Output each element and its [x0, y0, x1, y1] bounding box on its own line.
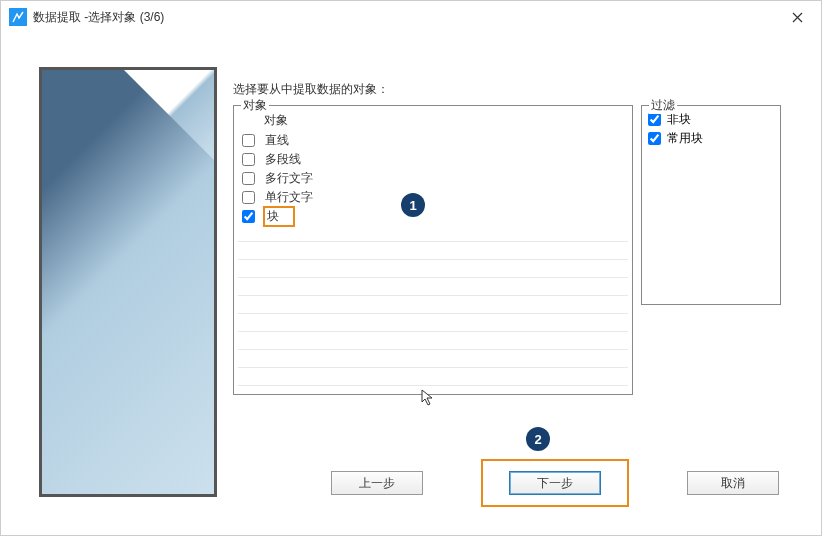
- object-row[interactable]: 直线: [234, 131, 632, 150]
- object-label: 多段线: [265, 151, 301, 168]
- preview-panel: [39, 67, 217, 497]
- content-area: 选择要从中提取数据的对象： 对象 对象 直线 多段线 多行文字: [1, 33, 821, 535]
- grid-lines: [238, 224, 628, 390]
- page-fold-icon: [124, 70, 214, 160]
- dialog-window: 数据提取 -选择对象 (3/6) 选择要从中提取数据的对象： 对象 对象 直线: [0, 0, 822, 536]
- object-label: 块: [265, 208, 293, 225]
- objects-group: 对象 对象 直线 多段线 多行文字: [233, 105, 633, 395]
- annotation-badge-2: 2: [526, 427, 550, 451]
- preview-image: [42, 70, 214, 494]
- cancel-button[interactable]: 取消: [687, 471, 779, 495]
- close-button[interactable]: [781, 1, 813, 33]
- annotation-badge-1: 1: [401, 193, 425, 217]
- object-checkbox[interactable]: [242, 172, 255, 185]
- back-button[interactable]: 上一步: [331, 471, 423, 495]
- titlebar: 数据提取 -选择对象 (3/6): [1, 1, 821, 33]
- filter-listbox[interactable]: 非块 常用块: [641, 105, 781, 305]
- filter-checkbox[interactable]: [648, 132, 661, 145]
- filter-label-text: 常用块: [667, 130, 703, 147]
- object-checkbox[interactable]: [242, 191, 255, 204]
- instruction-text: 选择要从中提取数据的对象：: [233, 81, 389, 98]
- next-button-wrap: 下一步: [483, 461, 627, 505]
- objects-listbox[interactable]: 对象 直线 多段线 多行文字: [233, 105, 633, 395]
- filter-checkbox[interactable]: [648, 113, 661, 126]
- filter-group-label: 过滤: [649, 97, 677, 114]
- button-row: 上一步 下一步 取消: [331, 461, 779, 505]
- filter-group: 过滤 非块 常用块: [641, 105, 781, 305]
- app-icon: [9, 8, 27, 26]
- back-button-wrap: 上一步: [331, 471, 423, 495]
- object-row[interactable]: 多行文字: [234, 169, 632, 188]
- object-checkbox[interactable]: [242, 134, 255, 147]
- objects-group-label: 对象: [241, 97, 269, 114]
- cancel-button-wrap: 取消: [687, 471, 779, 495]
- next-button[interactable]: 下一步: [509, 471, 601, 495]
- object-row[interactable]: 多段线: [234, 150, 632, 169]
- object-row[interactable]: 单行文字: [234, 188, 632, 207]
- window-title: 数据提取 -选择对象 (3/6): [33, 9, 781, 26]
- objects-header: 对象: [234, 110, 632, 131]
- object-label: 单行文字: [265, 189, 313, 206]
- filter-row[interactable]: 常用块: [648, 129, 774, 148]
- objects-list: 直线 多段线 多行文字 单行文字: [234, 131, 632, 226]
- object-checkbox[interactable]: [242, 210, 255, 223]
- object-label: 多行文字: [265, 170, 313, 187]
- object-checkbox[interactable]: [242, 153, 255, 166]
- object-label: 直线: [265, 132, 289, 149]
